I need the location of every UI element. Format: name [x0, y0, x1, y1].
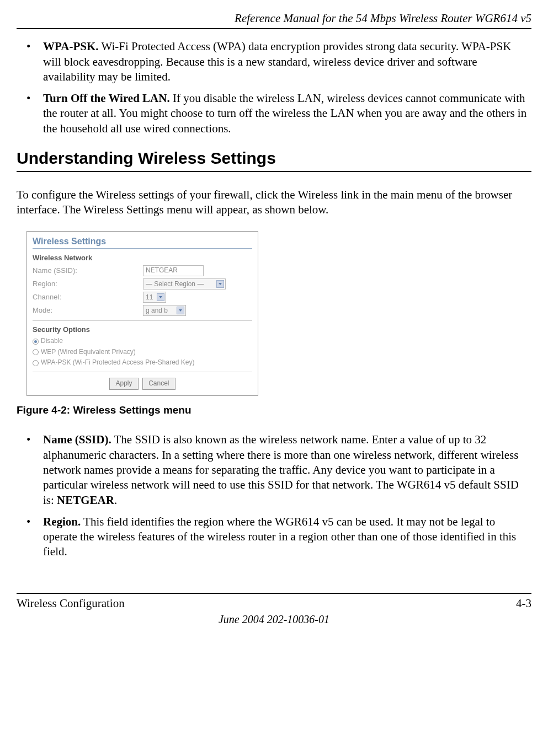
- chevron-down-icon: [157, 293, 164, 301]
- ssid-input[interactable]: NETGEAR: [143, 265, 204, 276]
- intro-paragraph: To configure the Wireless settings of yo…: [17, 187, 531, 218]
- radio-label: Disable: [41, 337, 63, 346]
- panel-title: Wireless Settings: [33, 236, 252, 248]
- channel-value: 11: [146, 293, 153, 302]
- mode-row: Mode: g and b: [33, 305, 252, 316]
- region-select[interactable]: — Select Region —: [143, 278, 226, 289]
- bullet-bold: Region.: [43, 515, 81, 528]
- ssid-row: Name (SSID): NETGEAR: [33, 265, 252, 276]
- channel-row: Channel: 11: [33, 292, 252, 303]
- list-item: Turn Off the Wired LAN. If you disable t…: [17, 91, 531, 136]
- mode-select[interactable]: g and b: [143, 305, 186, 316]
- radio-disable-row[interactable]: Disable: [33, 337, 252, 346]
- chevron-down-icon: [177, 307, 184, 314]
- list-item: Name (SSID). The SSID is also known as t…: [17, 432, 531, 507]
- wireless-network-label: Wireless Network: [33, 254, 252, 263]
- top-bullet-list: WPA-PSK. Wi-Fi Protected Access (WPA) da…: [17, 39, 531, 136]
- region-label: Region:: [33, 280, 143, 289]
- radio-icon: [33, 339, 39, 345]
- footer-row: Wireless Configuration 4-3: [17, 596, 531, 611]
- panel-buttons: Apply Cancel: [33, 378, 252, 390]
- bottom-bullet-list: Name (SSID). The SSID is also known as t…: [17, 432, 531, 559]
- section-heading: Understanding Wireless Settings: [17, 147, 531, 169]
- panel-divider: [33, 372, 252, 372]
- chevron-down-icon: [216, 280, 224, 288]
- region-value: — Select Region —: [146, 280, 204, 289]
- channel-select[interactable]: 11: [143, 292, 166, 303]
- radio-wep-row[interactable]: WEP (Wired Equivalent Privacy): [33, 348, 252, 357]
- section-rule: [17, 171, 531, 172]
- header-title: Reference Manual for the 54 Mbps Wireles…: [17, 11, 531, 26]
- apply-button[interactable]: Apply: [109, 378, 138, 390]
- mode-value: g and b: [146, 307, 168, 315]
- header-rule: [17, 28, 531, 29]
- list-item: Region. This field identifies the region…: [17, 514, 531, 560]
- radio-label: WPA-PSK (Wi-Fi Protected Access Pre-Shar…: [41, 358, 195, 367]
- radio-label: WEP (Wired Equivalent Privacy): [41, 348, 136, 357]
- footer-page: 4-3: [516, 596, 531, 611]
- bullet-text: This field identifies the region where t…: [43, 515, 516, 559]
- bullet-bold: Name (SSID).: [43, 433, 111, 446]
- mode-label: Mode:: [33, 306, 143, 315]
- region-row: Region: — Select Region —: [33, 278, 252, 289]
- footer: Wireless Configuration 4-3 June 2004 202…: [17, 593, 531, 626]
- cancel-button[interactable]: Cancel: [142, 378, 175, 390]
- ssid-label: Name (SSID):: [33, 266, 143, 276]
- bullet-bold2: NETGEAR: [57, 494, 114, 507]
- channel-label: Channel:: [33, 293, 143, 302]
- security-options-label: Security Options: [33, 325, 252, 335]
- footer-section: Wireless Configuration: [17, 596, 125, 611]
- bullet-bold: Turn Off the Wired LAN.: [43, 92, 170, 105]
- bullet-text-after: .: [114, 494, 117, 507]
- bullet-text: Wi-Fi Protected Access (WPA) data encryp…: [43, 40, 511, 83]
- wireless-settings-panel: Wireless Settings Wireless Network Name …: [26, 231, 258, 396]
- figure-caption: Figure 4-2: Wireless Settings menu: [17, 404, 531, 417]
- figure-container: Wireless Settings Wireless Network Name …: [26, 231, 531, 396]
- footer-date: June 2004 202-10036-01: [17, 612, 531, 626]
- panel-divider: [33, 320, 252, 321]
- radio-icon: [33, 349, 39, 355]
- bullet-bold: WPA-PSK.: [43, 40, 99, 53]
- radio-icon: [33, 360, 39, 366]
- list-item: WPA-PSK. Wi-Fi Protected Access (WPA) da…: [17, 39, 531, 84]
- radio-wpa-row[interactable]: WPA-PSK (Wi-Fi Protected Access Pre-Shar…: [33, 358, 252, 367]
- panel-title-rule: [33, 248, 252, 249]
- footer-rule: [17, 593, 531, 594]
